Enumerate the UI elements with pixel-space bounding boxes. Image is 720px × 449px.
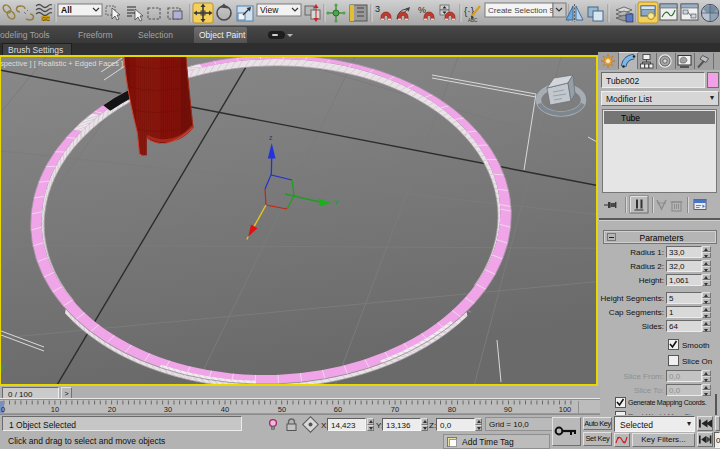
svg-text:60: 60 [334, 405, 342, 414]
svg-text:70: 70 [391, 405, 399, 414]
svg-text:Create Selection Se: Create Selection Se [488, 6, 560, 15]
svg-text:80: 80 [448, 405, 456, 414]
svg-text:20: 20 [108, 405, 116, 414]
svg-text:10: 10 [51, 405, 59, 414]
svg-text:GC: GC [42, 16, 50, 22]
svg-text:50: 50 [278, 405, 286, 414]
svg-text:40: 40 [221, 405, 229, 414]
svg-text:3: 3 [375, 4, 380, 14]
svg-text:ABC: ABC [468, 18, 478, 23]
svg-text:100: 100 [559, 405, 572, 414]
svg-text:0: 0 [1, 405, 5, 414]
svg-text:90: 90 [504, 405, 512, 414]
svg-text:z: z [269, 134, 273, 141]
svg-text:All: All [61, 5, 72, 15]
svg-text:30: 30 [164, 405, 172, 414]
svg-text:Y: Y [334, 199, 339, 206]
svg-text:View: View [260, 5, 279, 15]
svg-text:y: y [1, 362, 5, 371]
svg-text:spective ] [ Realistic + Edged: spective ] [ Realistic + Edged Faces ] [1, 59, 123, 68]
svg-text:%: % [418, 5, 426, 15]
